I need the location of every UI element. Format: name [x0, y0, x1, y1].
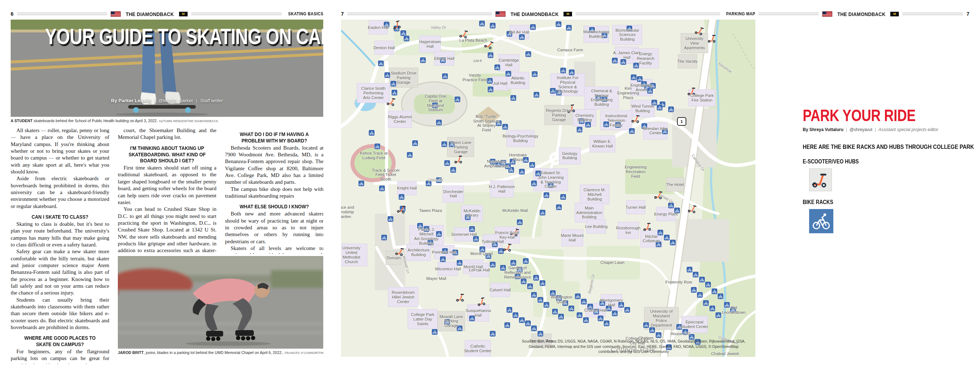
bike-rack-marker[interactable]: [511, 260, 516, 266]
bike-rack-marker[interactable]: [399, 194, 404, 200]
scooter-hub-marker[interactable]: [687, 86, 697, 96]
bike-rack-marker[interactable]: [479, 21, 485, 26]
bike-rack-marker[interactable]: [385, 72, 390, 78]
bike-rack-marker[interactable]: [432, 329, 438, 335]
scooter-hub-marker[interactable]: [707, 34, 717, 43]
bike-rack-marker[interactable]: [587, 304, 593, 309]
bike-rack-marker[interactable]: [649, 327, 655, 333]
bike-rack-marker[interactable]: [428, 240, 433, 246]
bike-rack-marker[interactable]: [691, 287, 697, 293]
bike-rack-marker[interactable]: [716, 312, 721, 318]
bike-rack-marker[interactable]: [556, 204, 562, 210]
bike-rack-marker[interactable]: [485, 253, 491, 259]
bike-rack-marker[interactable]: [538, 331, 543, 337]
scooter-hub-marker[interactable]: [631, 113, 641, 124]
bike-rack-marker[interactable]: [656, 241, 662, 247]
bike-rack-marker[interactable]: [519, 317, 525, 323]
bike-rack-marker[interactable]: [523, 157, 529, 163]
bike-rack-marker[interactable]: [525, 321, 531, 326]
bike-rack-marker[interactable]: [540, 280, 546, 286]
scooter-hub-marker[interactable]: [643, 222, 653, 232]
bike-rack-marker[interactable]: [517, 219, 523, 225]
bike-rack-marker[interactable]: [575, 293, 581, 299]
bike-rack-marker[interactable]: [718, 293, 723, 299]
bike-rack-marker[interactable]: [358, 180, 364, 186]
bike-rack-marker[interactable]: [595, 95, 601, 100]
bike-rack-marker[interactable]: [440, 257, 446, 262]
bike-rack-marker[interactable]: [527, 284, 533, 289]
bike-rack-marker[interactable]: [670, 240, 676, 246]
bike-rack-marker[interactable]: [615, 122, 621, 128]
bike-rack-marker[interactable]: [404, 36, 409, 41]
bike-rack-marker[interactable]: [540, 210, 546, 215]
bike-rack-marker[interactable]: [490, 159, 496, 164]
bike-rack-marker[interactable]: [378, 61, 384, 66]
bike-rack-marker[interactable]: [517, 267, 523, 273]
bike-rack-marker[interactable]: [624, 307, 630, 313]
bike-rack-marker[interactable]: [703, 300, 709, 306]
scooter-hub-marker[interactable]: [566, 102, 577, 113]
bike-rack-marker[interactable]: [420, 57, 426, 63]
bike-rack-marker[interactable]: [604, 321, 609, 326]
bike-rack-marker[interactable]: [711, 289, 717, 294]
bike-rack-marker[interactable]: [569, 69, 574, 75]
bike-rack-marker[interactable]: [550, 88, 556, 94]
bike-rack-marker[interactable]: [479, 246, 485, 252]
bike-rack-marker[interactable]: [600, 300, 605, 306]
bike-rack-marker[interactable]: [521, 279, 527, 284]
scooter-hub-marker[interactable]: [476, 295, 487, 306]
bike-rack-marker[interactable]: [436, 120, 442, 125]
bike-rack-marker[interactable]: [531, 180, 537, 186]
bike-rack-marker[interactable]: [612, 58, 617, 64]
bike-rack-marker[interactable]: [490, 331, 496, 337]
bike-rack-marker[interactable]: [506, 71, 511, 77]
bike-rack-marker[interactable]: [450, 167, 456, 173]
bike-rack-marker[interactable]: [558, 314, 564, 319]
bike-rack-marker[interactable]: [585, 122, 591, 128]
bike-rack-marker[interactable]: [369, 130, 374, 136]
bike-rack-marker[interactable]: [560, 194, 566, 200]
bike-rack-marker[interactable]: [603, 121, 609, 127]
bike-rack-marker[interactable]: [579, 118, 584, 124]
bike-rack-marker[interactable]: [641, 123, 647, 129]
bike-rack-marker[interactable]: [548, 182, 554, 188]
bike-rack-marker[interactable]: [465, 214, 471, 220]
bike-rack-marker[interactable]: [488, 53, 493, 58]
bike-rack-marker[interactable]: [674, 207, 680, 213]
bike-rack-marker[interactable]: [627, 26, 632, 31]
bike-rack-marker[interactable]: [452, 250, 458, 255]
bike-rack-marker[interactable]: [510, 159, 515, 164]
bike-rack-marker[interactable]: [589, 27, 595, 33]
bike-rack-marker[interactable]: [531, 292, 537, 298]
bike-rack-marker[interactable]: [444, 160, 450, 166]
bike-rack-marker[interactable]: [511, 95, 516, 101]
bike-rack-marker[interactable]: [442, 73, 448, 79]
bike-rack-marker[interactable]: [490, 262, 496, 268]
bike-rack-marker[interactable]: [668, 203, 674, 208]
bike-rack-marker[interactable]: [384, 22, 390, 27]
bike-rack-marker[interactable]: [417, 223, 423, 229]
bike-rack-marker[interactable]: [496, 120, 501, 126]
bike-rack-marker[interactable]: [657, 230, 663, 235]
bike-rack-marker[interactable]: [441, 141, 447, 147]
bike-rack-marker[interactable]: [533, 275, 539, 281]
bike-rack-marker[interactable]: [606, 306, 612, 311]
bike-rack-marker[interactable]: [436, 231, 442, 237]
bike-rack-marker[interactable]: [682, 329, 688, 335]
bike-rack-marker[interactable]: [495, 64, 500, 70]
byline-handle[interactable]: @leipzig_parker: [158, 98, 193, 103]
bike-rack-marker[interactable]: [401, 30, 406, 36]
bike-rack-marker[interactable]: [488, 86, 493, 92]
bike-rack-marker[interactable]: [469, 316, 475, 321]
scooter-hub-marker[interactable]: [458, 28, 469, 39]
bike-rack-marker[interactable]: [577, 312, 582, 318]
bike-rack-marker[interactable]: [530, 24, 536, 30]
bike-rack-marker[interactable]: [705, 282, 711, 287]
bike-rack-marker[interactable]: [423, 226, 429, 232]
bike-rack-marker[interactable]: [710, 306, 715, 311]
bike-rack-marker[interactable]: [507, 307, 512, 313]
bike-rack-marker[interactable]: [490, 23, 496, 29]
bike-rack-marker[interactable]: [668, 107, 674, 112]
bike-rack-marker[interactable]: [647, 88, 653, 94]
bike-rack-marker[interactable]: [544, 302, 549, 308]
